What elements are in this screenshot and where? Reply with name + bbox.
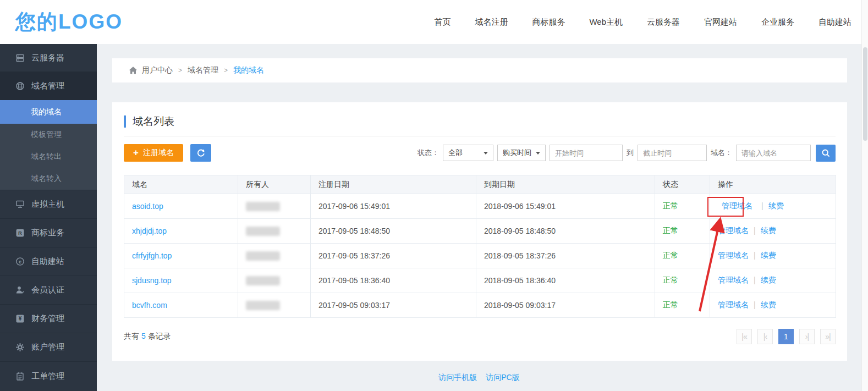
nav-item-trademark-services[interactable]: 商标服务 [532,17,565,27]
expiry-date: 2018-09-06 15:49:01 [476,194,655,219]
domain-management-submenu: 我的域名 模板管理 域名转出 域名转入 [0,100,97,190]
owner-redacted [246,227,280,236]
sidebar-item-account-management[interactable]: 账户管理 [0,333,97,362]
main-content: 用户中心 > 域名管理 > 我的域名 域名列表 + 注册域名 状态： [97,44,861,391]
renew-link[interactable]: 续费 [761,226,776,235]
sidebar-item-member-verification[interactable]: 会员认证 [0,276,97,305]
owner-redacted [246,251,280,261]
svg-text:e: e [19,259,21,265]
column-header-registration-date: 注册日期 [311,175,476,194]
refresh-icon [196,148,205,157]
sidebar-item-cloud-server[interactable]: 云服务器 [0,44,97,72]
status-badge: 正常 [663,226,678,235]
status-select[interactable]: 全部 [443,145,493,161]
table-row: asoid.top 2017-09-06 15:49:01 2018-09-06… [124,194,836,219]
registration-date: 2017-09-05 18:37:26 [311,244,476,268]
renew-link[interactable]: 续费 [761,276,776,284]
breadcrumb-separator: > [224,67,228,74]
table-row: sjdusng.top 2017-09-05 18:36:40 2018-09-… [124,268,836,293]
sidebar-subitem-template-management[interactable]: 模板管理 [0,124,97,146]
domain-link[interactable]: sjdusng.top [132,276,172,285]
nav-item-domain-register[interactable]: 域名注册 [475,17,508,27]
top-navigation: 首页 域名注册 商标服务 Web主机 云服务器 官网建站 企业服务 自助建站 [434,17,851,27]
host-icon [15,200,25,209]
domain-link[interactable]: xhjdjdj.top [132,227,167,235]
manage-domain-link[interactable]: 管理域名 [718,300,749,309]
pagination-first-button[interactable]: |« [737,329,752,344]
sidebar-subitem-domain-transfer-out[interactable]: 域名转出 [0,146,97,168]
search-button[interactable] [816,145,836,162]
registration-date: 2017-09-05 18:48:50 [311,219,476,244]
nav-item-self-service-site[interactable]: 自助建站 [818,17,851,27]
refresh-button[interactable] [190,144,211,162]
manage-domain-link[interactable]: 管理域名 [718,226,749,235]
finance-icon: ¥ [15,314,25,323]
renew-link[interactable]: 续费 [761,300,776,309]
gear-icon [15,343,25,352]
plus-icon: + [133,147,139,158]
page-title: 域名列表 [133,114,174,129]
page-footer: 访问手机版 访问PC版 [97,373,861,383]
sidebar-item-finance-management[interactable]: ¥ 财务管理 [0,305,97,333]
registration-date: 2017-09-06 15:49:01 [311,194,476,219]
renew-link[interactable]: 续费 [768,201,784,210]
record-count-number: 5 [141,332,146,340]
start-date-input[interactable] [550,145,623,161]
manage-domain-link[interactable]: 管理域名 [718,276,749,284]
manage-domain-link[interactable]: 管理域名 [718,251,749,260]
status-badge: 正常 [663,251,678,260]
scrollbar-thumb[interactable] [863,47,867,141]
domain-link[interactable]: bcvfh.com [132,301,167,310]
breadcrumb-domain-management[interactable]: 域名管理 [188,65,218,75]
sidebar-item-label: 云服务器 [31,53,64,63]
sidebar-item-self-service-site[interactable]: e 自助建站 [0,247,97,276]
owner-redacted [246,301,280,310]
column-header-expiry-date: 到期日期 [476,175,655,194]
scrollbar-track[interactable] [861,0,868,391]
register-domain-button[interactable]: + 注册域名 [124,144,183,162]
pagination-page-1[interactable]: 1 [778,329,794,344]
title-divider [124,136,836,136]
nav-item-home[interactable]: 首页 [434,17,451,27]
globe-icon [15,81,25,91]
nav-item-cloud-server[interactable]: 云服务器 [647,17,680,27]
domain-list-panel: 域名列表 + 注册域名 状态： 全部 购买时间 [112,102,847,361]
renew-link[interactable]: 续费 [761,251,776,260]
column-header-status: 状态 [655,175,710,194]
manage-domain-link[interactable]: 管理域名 [722,201,752,210]
nav-item-web-hosting[interactable]: Web主机 [589,17,623,27]
table-header-row: 域名 所有人 注册日期 到期日期 状态 操作 [124,175,836,194]
time-type-select[interactable]: 购买时间 [497,145,546,161]
pagination-prev-button[interactable]: |‹ [757,329,773,344]
sidebar-item-trademark-business[interactable]: R 商标业务 [0,219,97,247]
mobile-version-link[interactable]: 访问手机版 [438,373,477,382]
domain-search-input[interactable] [736,145,811,161]
sidebar-item-label: 虚拟主机 [31,199,64,210]
table-row: bcvfh.com 2017-09-05 09:03:17 2018-09-05… [124,293,836,318]
title-accent-bar [124,115,126,128]
domain-link[interactable]: asoid.top [132,202,163,211]
member-check-icon [15,285,25,295]
pc-version-link[interactable]: 访问PC版 [486,373,519,382]
sidebar-item-label: 财务管理 [31,313,64,324]
record-count: 共有5条记录 [124,332,171,342]
domain-link[interactable]: cfrfyjfgh.top [132,251,172,260]
sidebar-subitem-domain-transfer-in[interactable]: 域名转入 [0,168,97,190]
pagination-next-button[interactable]: ›| [799,329,815,344]
expiry-date: 2018-09-05 18:36:40 [476,268,655,293]
pagination-last-button[interactable]: »| [820,329,836,344]
sidebar-subitem-my-domains[interactable]: 我的域名 [0,100,97,124]
nav-item-website-building[interactable]: 官网建站 [704,17,737,27]
nav-item-enterprise-services[interactable]: 企业服务 [761,17,794,27]
end-date-input[interactable] [638,145,707,161]
sidebar-item-work-order-management[interactable]: 工单管理 [0,362,97,390]
sidebar-item-virtual-host[interactable]: 虚拟主机 [0,190,97,219]
site-builder-icon: e [15,257,25,266]
sidebar-item-label: 会员认证 [31,285,64,295]
column-header-domain: 域名 [124,175,238,194]
breadcrumb-separator: > [178,67,182,74]
breadcrumb-user-center[interactable]: 用户中心 [142,65,173,75]
breadcrumb-my-domains[interactable]: 我的域名 [233,65,264,75]
sidebar-item-domain-management[interactable]: 域名管理 [0,72,97,100]
chevron-down-icon [536,152,540,157]
